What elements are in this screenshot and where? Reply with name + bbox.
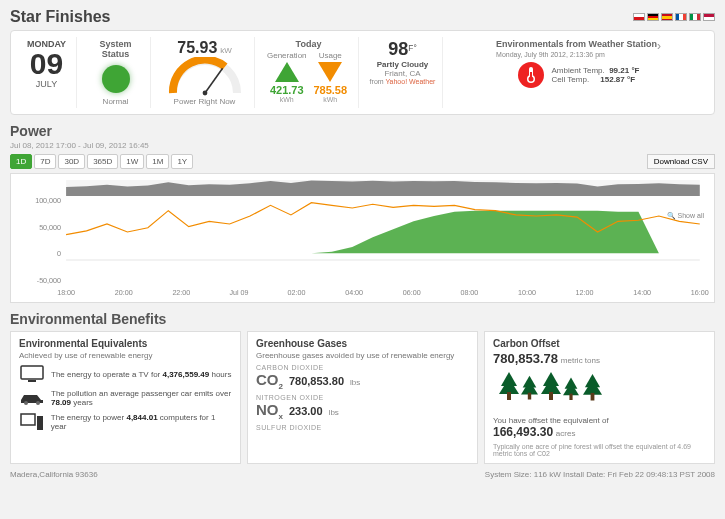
flag-de[interactable] bbox=[647, 13, 659, 21]
power-range-text: Jul 08, 2012 17:00 - Jul 09, 2012 16:45 bbox=[10, 141, 715, 150]
pc-text: The energy to power 4,844.01 computers f… bbox=[51, 413, 232, 431]
svg-text:06:00: 06:00 bbox=[403, 289, 421, 296]
flag-es[interactable] bbox=[661, 13, 673, 21]
svg-point-27 bbox=[24, 401, 28, 405]
ambient-value: 99.21 °F bbox=[609, 66, 639, 75]
range-button-7d[interactable]: 7D bbox=[34, 154, 56, 169]
svg-rect-45 bbox=[591, 393, 595, 401]
range-button-row: 1D7D30D365D1W1M1Y Download CSV bbox=[10, 154, 715, 169]
offset-footnote: Typically one acre of pine forest will o… bbox=[493, 443, 706, 457]
kpi-row: MONDAY 09 JULY System Status Normal 75.9… bbox=[10, 30, 715, 115]
svg-text:18:00: 18:00 bbox=[57, 289, 75, 296]
svg-text:02:00: 02:00 bbox=[288, 289, 306, 296]
svg-point-5 bbox=[528, 77, 533, 82]
range-button-1m[interactable]: 1M bbox=[146, 154, 169, 169]
power-section-title: Power bbox=[10, 123, 715, 139]
system-status-card: System Status Normal bbox=[81, 37, 151, 108]
nox-unit: lbs bbox=[329, 408, 339, 417]
power-gauge-card: 75.93 kW Power Right Now bbox=[155, 37, 255, 108]
magnify-icon[interactable]: 🔍 bbox=[667, 212, 676, 219]
status-label: System Status bbox=[87, 39, 144, 59]
env-station-card: Environmentals from Weather Station Mond… bbox=[447, 37, 708, 108]
svg-rect-39 bbox=[549, 392, 553, 400]
range-button-30d[interactable]: 30D bbox=[58, 154, 85, 169]
gauge-value: 75.93 bbox=[177, 39, 217, 56]
language-flags bbox=[633, 13, 715, 21]
co2-unit: lbs bbox=[350, 378, 360, 387]
svg-rect-42 bbox=[569, 394, 572, 400]
computer-icon bbox=[19, 412, 45, 432]
show-all-link[interactable]: Show all bbox=[678, 212, 704, 219]
equiv-sub: Achieved by use of renewable energy bbox=[19, 351, 232, 360]
chevron-right-icon[interactable]: › bbox=[657, 39, 661, 53]
weather-card: 98F° Partly Cloudy Friant, CA from Yahoo… bbox=[363, 37, 443, 108]
arrow-down-icon bbox=[318, 62, 342, 82]
weather-temp-unit: F° bbox=[408, 43, 416, 53]
range-button-1w[interactable]: 1W bbox=[120, 154, 144, 169]
svg-text:04:00: 04:00 bbox=[345, 289, 363, 296]
svg-rect-33 bbox=[507, 392, 511, 400]
offset-text1: You have offset the equivalent of bbox=[493, 416, 706, 425]
generation-unit: kWh bbox=[280, 96, 294, 103]
cell-value: 152.87 °F bbox=[600, 75, 635, 84]
car-icon bbox=[19, 388, 45, 408]
flag-fr[interactable] bbox=[675, 13, 687, 21]
svg-point-28 bbox=[36, 401, 40, 405]
equiv-heading: Environmental Equivalents bbox=[19, 338, 232, 349]
svg-marker-44 bbox=[583, 380, 602, 395]
today-label: Today bbox=[296, 39, 322, 49]
svg-rect-29 bbox=[21, 414, 35, 425]
generation-label: Generation bbox=[267, 51, 307, 60]
ambient-label: Ambient Temp. bbox=[552, 66, 605, 75]
nox-label: NITROGEN OXIDE bbox=[256, 394, 469, 401]
svg-rect-36 bbox=[528, 393, 531, 400]
download-csv-button[interactable]: Download CSV bbox=[647, 154, 715, 169]
env-benefits-title: Environmental Benefits bbox=[10, 311, 715, 327]
offset-unit: metric tons bbox=[561, 356, 600, 365]
offset-acres-unit: acres bbox=[556, 429, 576, 438]
range-button-1y[interactable]: 1Y bbox=[171, 154, 193, 169]
svg-text:Jul 09: Jul 09 bbox=[229, 289, 248, 296]
flag-us[interactable] bbox=[703, 13, 715, 21]
status-text: Normal bbox=[103, 97, 129, 106]
weather-temp: 98 bbox=[388, 39, 408, 59]
svg-text:100,000: 100,000 bbox=[35, 197, 61, 204]
flag-it[interactable] bbox=[689, 13, 701, 21]
date-card: MONDAY 09 JULY bbox=[17, 37, 77, 108]
gauge-caption: Power Right Now bbox=[174, 97, 236, 106]
co2-symbol: CO2 bbox=[256, 371, 283, 391]
env-station-ts: Monday, July 9th 2012, 2:13:36 pm bbox=[496, 51, 657, 58]
co2-value: 780,853.80 bbox=[289, 375, 344, 387]
weather-loc: Friant, CA bbox=[384, 69, 420, 78]
usage-value: 785.58 bbox=[313, 84, 347, 96]
svg-rect-25 bbox=[21, 366, 43, 379]
weather-src[interactable]: Yahoo! Weather bbox=[385, 78, 435, 85]
tv-text: The energy to operate a TV for 4,376,559… bbox=[51, 370, 231, 379]
offset-acres: 166,493.30 bbox=[493, 425, 553, 439]
svg-text:0: 0 bbox=[57, 250, 61, 257]
tv-icon bbox=[19, 364, 45, 384]
env-station-label: Environmentals from Weather Station bbox=[496, 39, 657, 49]
range-button-1d[interactable]: 1D bbox=[10, 154, 32, 169]
usage-label: Usage bbox=[319, 51, 342, 60]
power-chart[interactable]: -50,000050,000100,000 18:0020:0022:00Jul… bbox=[10, 173, 715, 303]
trees-icon bbox=[493, 370, 706, 408]
flag-cz[interactable] bbox=[633, 13, 645, 21]
sox-label: SULFUR DIOXIDE bbox=[256, 424, 469, 431]
footer-location: Madera,California 93636 bbox=[10, 470, 98, 479]
gauge-unit: kW bbox=[220, 46, 232, 55]
svg-text:12:00: 12:00 bbox=[576, 289, 594, 296]
usage-unit: kWh bbox=[323, 96, 337, 103]
weather-cond: Partly Cloudy bbox=[377, 60, 429, 69]
nox-symbol: NOx bbox=[256, 401, 283, 421]
weather-src-prefix: from bbox=[370, 78, 384, 85]
chart-brush[interactable] bbox=[66, 180, 700, 196]
page-title: Star Finishes bbox=[10, 8, 110, 26]
range-button-365d[interactable]: 365D bbox=[87, 154, 118, 169]
month: JULY bbox=[36, 79, 57, 89]
co2-label: CARBON DIOXIDE bbox=[256, 364, 469, 371]
offset-heading: Carbon Offset bbox=[493, 338, 706, 349]
generation-value: 421.73 bbox=[270, 84, 304, 96]
svg-text:10:00: 10:00 bbox=[518, 289, 536, 296]
thermometer-icon bbox=[518, 62, 544, 88]
